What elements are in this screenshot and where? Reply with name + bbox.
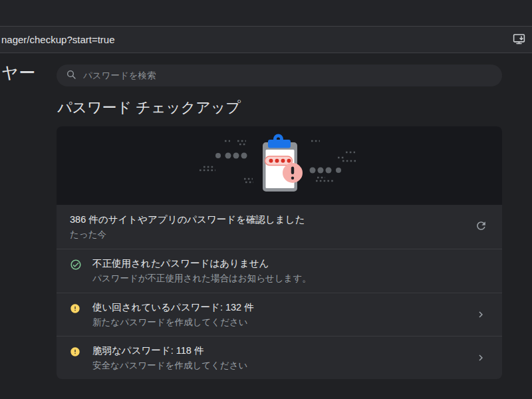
summary-title: 386 件のサイトやアプリのパスワードを確認しました [70, 213, 467, 226]
monitor-download-icon [512, 32, 526, 48]
search-icon [66, 69, 76, 82]
checkup-summary-row: 386 件のサイトやアプリのパスワードを確認しました たった今 [57, 205, 502, 249]
page-title: パスワード チェックアップ [57, 98, 241, 118]
browser-window: nager/checkup?start=true ヤー [0, 0, 532, 399]
refresh-button[interactable] [473, 219, 489, 235]
refresh-icon [475, 219, 487, 234]
chevron-right-icon [473, 307, 489, 323]
password-search-bar[interactable] [57, 65, 502, 86]
warning-icon [70, 346, 83, 357]
browser-toolbar: nager/checkup?start=true [0, 26, 532, 53]
password-manager-page: ヤー パスワード チェックアップ [0, 54, 532, 399]
check-circle-icon [70, 259, 83, 271]
clipboard-password-alert-illustration [126, 126, 432, 206]
search-input[interactable] [83, 70, 493, 80]
row-subtitle: パスワードが不正使用された場合はお知らせします。 [92, 273, 489, 285]
compromised-passwords-row: 不正使用されたパスワードはありません パスワードが不正使用された場合はお知らせし… [57, 249, 502, 293]
row-title: 使い回されているパスワード: 132 件 [92, 301, 467, 314]
weak-passwords-row[interactable]: 脆弱なパスワード: 118 件 安全なパスワードを作成してください [57, 336, 502, 379]
warning-icon [70, 303, 83, 314]
address-bar[interactable]: nager/checkup?start=true [0, 34, 115, 45]
summary-time: たった今 [70, 229, 467, 241]
install-app-button[interactable] [511, 33, 526, 47]
row-subtitle: 新たなパスワードを作成してください [92, 317, 467, 329]
row-subtitle: 安全なパスワードを作成してください [92, 360, 467, 372]
checkup-card: 386 件のサイトやアプリのパスワードを確認しました たった今 [57, 126, 502, 379]
checkup-banner [57, 126, 502, 205]
reused-passwords-row[interactable]: 使い回されているパスワード: 132 件 新たなパスワードを作成してください [57, 293, 502, 336]
row-title: 不正使用されたパスワードはありません [92, 257, 489, 270]
sidebar-title-fragment: ヤー [1, 62, 37, 84]
row-title: 脆弱なパスワード: 118 件 [92, 344, 467, 357]
tab-strip [0, 0, 532, 26]
chevron-right-icon [473, 350, 489, 366]
